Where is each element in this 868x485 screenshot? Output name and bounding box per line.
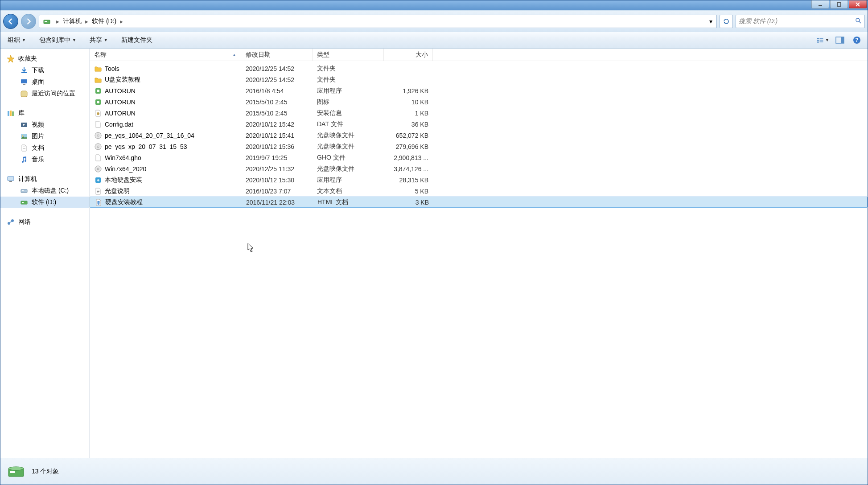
file-size: 1 KB bbox=[384, 110, 433, 117]
nav-videos-label: 视频 bbox=[32, 121, 44, 129]
file-row[interactable]: Win7x64_20202020/12/25 11:32光盘映像文件3,874,… bbox=[90, 163, 868, 174]
svg-rect-26 bbox=[8, 177, 14, 181]
navigation-pane: 收藏夹 下载 桌面 最近访问的位置 库 bbox=[0, 49, 90, 458]
address-bar[interactable]: ▸ 计算机 ▸ 软件 (D:) ▸ ▾ bbox=[39, 15, 717, 28]
svg-rect-16 bbox=[21, 79, 27, 83]
nav-videos[interactable]: 视频 bbox=[0, 119, 89, 131]
file-row[interactable]: Config.dat2020/10/12 15:42DAT 文件36 KB bbox=[90, 119, 868, 130]
svg-rect-1 bbox=[837, 3, 841, 6]
nav-network[interactable]: 网络 bbox=[0, 216, 89, 228]
file-row[interactable]: U盘安装教程2020/12/25 14:52文件夹 bbox=[90, 74, 868, 85]
help-button[interactable]: ? bbox=[851, 35, 863, 45]
svg-point-42 bbox=[97, 146, 99, 148]
breadcrumb-sep-icon: ▸ bbox=[119, 18, 124, 25]
command-bar: 组织▼ 包含到库中▼ 共享▼ 新建文件夹 ▼ ? bbox=[0, 32, 868, 49]
file-name: 光盘说明 bbox=[105, 187, 130, 195]
nav-computer[interactable]: 计算机 bbox=[0, 173, 89, 185]
organize-label: 组织 bbox=[8, 36, 20, 44]
view-mode-button[interactable]: ▼ bbox=[817, 35, 829, 45]
breadcrumb-sep-icon: ▸ bbox=[84, 18, 89, 25]
svg-rect-6 bbox=[817, 40, 819, 41]
nav-desktop[interactable]: 桌面 bbox=[0, 76, 89, 88]
file-type: DAT 文件 bbox=[313, 120, 384, 128]
breadcrumb-drive[interactable]: 软件 (D:) bbox=[89, 15, 119, 28]
file-name: Win7x64.gho bbox=[105, 154, 141, 161]
file-size: 5 KB bbox=[384, 188, 433, 195]
nav-network-label: 网络 bbox=[18, 218, 31, 226]
include-label: 包含到库中 bbox=[39, 36, 70, 44]
column-size-label: 大小 bbox=[415, 51, 428, 59]
svg-rect-29 bbox=[22, 190, 24, 191]
new-folder-button[interactable]: 新建文件夹 bbox=[119, 34, 155, 46]
column-name-label: 名称 bbox=[94, 51, 107, 59]
file-date: 2016/1/8 4:54 bbox=[241, 87, 313, 95]
breadcrumb-computer[interactable]: 计算机 bbox=[60, 15, 84, 28]
file-name: AUTORUN bbox=[105, 99, 136, 106]
close-button[interactable] bbox=[849, 0, 867, 8]
maximize-button[interactable] bbox=[830, 0, 848, 8]
svg-rect-18 bbox=[8, 111, 9, 116]
nav-libraries[interactable]: 库 bbox=[0, 107, 89, 119]
svg-rect-9 bbox=[819, 40, 823, 41]
file-row[interactable]: Win7x64.gho2019/9/7 19:25GHO 文件2,900,813… bbox=[90, 152, 868, 163]
file-date: 2020/10/12 15:36 bbox=[241, 143, 313, 150]
refresh-button[interactable] bbox=[720, 15, 733, 28]
file-row[interactable]: AUTORUN2015/5/10 2:45图标10 KB bbox=[90, 96, 868, 107]
share-menu[interactable]: 共享▼ bbox=[87, 34, 111, 46]
nav-pictures[interactable]: 图片 bbox=[0, 131, 89, 142]
svg-point-38 bbox=[97, 112, 99, 115]
nav-music[interactable]: 音乐 bbox=[0, 154, 89, 165]
file-row[interactable]: Tools2020/12/25 14:52文件夹 bbox=[90, 63, 868, 74]
file-type: 图标 bbox=[313, 98, 384, 106]
nav-recent[interactable]: 最近访问的位置 bbox=[0, 88, 89, 99]
include-in-library-menu[interactable]: 包含到库中▼ bbox=[37, 34, 79, 46]
column-date[interactable]: 修改日期 bbox=[241, 49, 313, 61]
nav-local-c[interactable]: 本地磁盘 (C:) bbox=[0, 185, 89, 197]
nav-documents[interactable]: 文档 bbox=[0, 142, 89, 154]
file-row[interactable]: 硬盘安装教程2016/11/21 22:03HTML 文档3 KB bbox=[90, 197, 868, 208]
column-name[interactable]: 名称 ▲ bbox=[90, 49, 241, 61]
file-date: 2019/9/7 19:25 bbox=[241, 154, 313, 161]
organize-menu[interactable]: 组织▼ bbox=[5, 34, 29, 46]
forward-button[interactable] bbox=[21, 14, 36, 29]
column-headers: 名称 ▲ 修改日期 类型 大小 bbox=[90, 49, 868, 61]
minimize-button[interactable] bbox=[811, 0, 829, 8]
svg-rect-10 bbox=[819, 41, 823, 42]
nav-documents-label: 文档 bbox=[32, 144, 44, 152]
file-row[interactable]: 本地硬盘安装2020/10/12 15:30应用程序28,315 KB bbox=[90, 174, 868, 185]
status-bar: 13 个对象 bbox=[0, 458, 868, 485]
file-date: 2016/11/21 22:03 bbox=[242, 199, 313, 206]
file-area: 名称 ▲ 修改日期 类型 大小 Tools2020/12/25 14:52文件夹… bbox=[90, 49, 868, 458]
svg-point-51 bbox=[8, 467, 24, 470]
file-type: 应用程序 bbox=[313, 87, 384, 95]
nav-soft-d[interactable]: 软件 (D:) bbox=[0, 197, 89, 208]
file-size: 3,874,126 ... bbox=[384, 165, 433, 173]
file-row[interactable]: 光盘说明2016/10/23 7:07文本文档5 KB bbox=[90, 185, 868, 197]
file-row[interactable]: AUTORUN2015/5/10 2:45安装信息1 KB bbox=[90, 107, 868, 119]
nav-favorites-label: 收藏夹 bbox=[18, 55, 37, 63]
file-list[interactable]: Tools2020/12/25 14:52文件夹U盘安装教程2020/12/25… bbox=[90, 61, 868, 458]
column-type[interactable]: 类型 bbox=[313, 49, 384, 61]
file-type: GHO 文件 bbox=[313, 154, 384, 162]
nav-downloads[interactable]: 下载 bbox=[0, 65, 89, 76]
address-dropdown-icon[interactable]: ▾ bbox=[706, 15, 716, 28]
breadcrumb-sep-icon: ▸ bbox=[55, 18, 60, 25]
file-row[interactable]: pe_yqs_xp_20_07_31_15_532020/10/12 15:36… bbox=[90, 141, 868, 152]
file-type: 文件夹 bbox=[313, 65, 384, 73]
nav-favorites[interactable]: 收藏夹 bbox=[0, 53, 89, 65]
file-row[interactable]: pe_yqs_1064_20_07_31_16_042020/10/12 15:… bbox=[90, 130, 868, 141]
newfolder-label: 新建文件夹 bbox=[121, 36, 152, 44]
preview-pane-button[interactable] bbox=[834, 35, 846, 45]
file-size: 10 KB bbox=[384, 99, 433, 106]
file-row[interactable]: AUTORUN2016/1/8 4:54应用程序1,926 KB bbox=[90, 85, 868, 96]
file-size: 279,696 KB bbox=[384, 143, 433, 150]
file-date: 2020/10/12 15:41 bbox=[241, 132, 313, 139]
file-size: 2,900,813 ... bbox=[384, 154, 433, 161]
back-button[interactable] bbox=[3, 14, 18, 29]
drive-icon bbox=[7, 462, 25, 481]
column-size[interactable]: 大小 bbox=[384, 49, 433, 61]
breadcrumb-root-icon[interactable] bbox=[40, 15, 55, 28]
search-input[interactable]: 搜索 软件 (D:) bbox=[736, 15, 865, 28]
svg-point-40 bbox=[97, 135, 99, 136]
svg-rect-5 bbox=[817, 38, 819, 39]
